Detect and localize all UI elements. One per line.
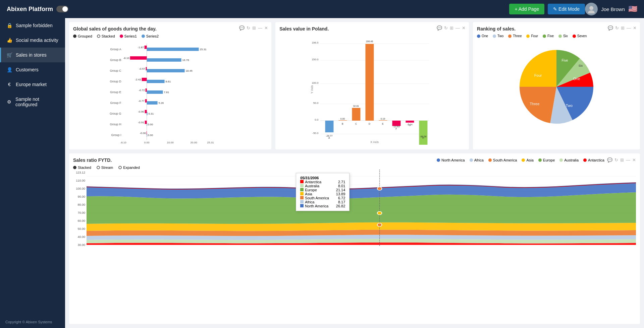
svg-text:Group I: Group I (111, 133, 121, 137)
minimize-icon[interactable]: — (258, 25, 262, 30)
refresh-icon[interactable]: ↻ (444, 25, 448, 30)
social-icon: 👍 (6, 38, 12, 43)
brand-text: Abixen Platform (7, 6, 53, 13)
svg-text:Group F: Group F (110, 101, 122, 105)
poland-sales-toolbar: 💬 ↻ ⊞ — ✕ (437, 25, 466, 30)
sidebar-toggle[interactable] (56, 6, 68, 12)
minimize-icon[interactable]: — (627, 25, 631, 30)
svg-rect-46 (147, 133, 147, 137)
user-name: Joe Brown (601, 6, 625, 12)
svg-text:Three: Three (530, 102, 540, 106)
cart-icon: 🛒 (6, 52, 12, 58)
table-icon[interactable]: ⊞ (252, 25, 256, 30)
svg-text:25.31: 25.31 (207, 141, 214, 144)
sidebar-label: Customers (16, 67, 39, 72)
edit-mode-button[interactable]: ✎ Edit Mode (548, 4, 585, 14)
comment-icon[interactable]: 💬 (608, 25, 613, 30)
svg-text:D: D (369, 123, 370, 125)
close-icon[interactable]: ✕ (462, 25, 466, 30)
sidebar-label: Sample not configured (15, 96, 60, 107)
svg-text:-0.90: -0.90 (138, 110, 144, 113)
svg-text:Group H: Group H (110, 123, 121, 126)
ranking-pie-chart: One Two Three Four Five Six (477, 40, 636, 130)
radio-expanded[interactable]: Expanded (118, 166, 140, 170)
add-page-button[interactable]: + Add Page (509, 4, 544, 14)
svg-text:5.26: 5.26 (159, 102, 164, 105)
legend-one: One (477, 34, 488, 38)
svg-text:7.81: 7.81 (164, 91, 169, 94)
svg-rect-76 (366, 44, 374, 121)
svg-rect-70 (339, 120, 347, 121)
svg-rect-20 (146, 67, 147, 70)
chart-tooltip: 05/31/2006 Antarctica 2.71 Australia 8.0… (296, 173, 350, 211)
svg-rect-67 (325, 121, 334, 132)
global-sales-toolbar: 💬 ↻ ⊞ — ✕ (239, 25, 268, 30)
table-icon[interactable]: ⊞ (450, 25, 453, 30)
svg-point-0 (589, 6, 593, 10)
app-body: 🔒 Sample forbidden 👍 Social media activi… (0, 18, 644, 328)
svg-text:Group C: Group C (110, 69, 122, 72)
sidebar-item-customers[interactable]: 👤 Customers (0, 62, 65, 77)
svg-rect-42 (147, 123, 147, 126)
legend-six: Six (558, 34, 568, 38)
svg-point-111 (377, 223, 382, 226)
svg-rect-28 (146, 88, 147, 92)
global-sales-card: Global sales of goods during the day. 💬 … (69, 22, 271, 149)
sidebar-item-social-media[interactable]: 👍 Social media activity (0, 33, 65, 48)
sidebar-item-sales-in-stores[interactable]: 🛒 Sales in stores (0, 48, 65, 62)
user-icon: 👤 (6, 67, 12, 72)
refresh-icon[interactable]: ↻ (615, 25, 619, 30)
sidebar-item-sample-not-configured[interactable]: ⚙ Sample not configured (0, 92, 65, 112)
svg-text:-0.72: -0.72 (139, 89, 145, 92)
svg-text:16.76: 16.76 (182, 59, 190, 62)
comment-icon[interactable]: 💬 (437, 25, 442, 30)
area-chart-container: 05/31/2006 Antarctica 2.71 Australia 8.0… (87, 170, 636, 247)
svg-text:100.0: 100.0 (312, 81, 319, 84)
svg-text:-50.0: -50.0 (312, 132, 319, 135)
poland-sales-chart: Y Axis 196.5 150.0 100.0 50.0 0.0 -50.0 (279, 34, 465, 145)
svg-text:0.31: 0.31 (149, 112, 154, 115)
close-icon[interactable]: ✕ (264, 25, 268, 30)
sidebar-item-europe-market[interactable]: € Europe market (0, 77, 65, 92)
table-icon[interactable]: ⊞ (621, 25, 625, 30)
close-icon[interactable]: ✕ (632, 157, 636, 162)
svg-text:-5.14: -5.14 (407, 123, 413, 126)
refresh-icon[interactable]: ↻ (247, 25, 250, 30)
close-icon[interactable]: ✕ (633, 25, 637, 30)
radio-stacked[interactable]: Stacked (73, 166, 91, 170)
legend-four: Four (526, 34, 538, 38)
svg-text:-98.08: -98.08 (420, 135, 427, 138)
table-icon[interactable]: ⊞ (620, 157, 624, 162)
svg-rect-85 (406, 121, 414, 123)
sales-ratio-radio: Stacked Stream Expanded (73, 166, 140, 170)
comment-icon[interactable]: 💬 (607, 157, 612, 162)
minimize-icon[interactable]: — (626, 157, 630, 162)
tooltip-row: Europe 21.14 (300, 188, 345, 192)
sales-ratio-toolbar: 💬 ↻ ⊞ — ✕ (607, 157, 636, 162)
svg-rect-22 (147, 69, 185, 72)
comment-icon[interactable]: 💬 (239, 25, 245, 30)
svg-text:18.45: 18.45 (186, 69, 193, 72)
svg-text:Group A: Group A (110, 48, 121, 51)
svg-text:Group E: Group E (110, 90, 121, 94)
svg-text:Four: Four (534, 73, 542, 77)
avatar (585, 3, 598, 15)
svg-text:Two: Two (566, 104, 573, 108)
svg-rect-18 (147, 58, 181, 62)
minimize-icon[interactable]: — (455, 25, 460, 30)
global-sales-title: Global sales of goods during the day. (73, 26, 267, 31)
svg-point-1 (588, 10, 595, 13)
svg-text:Five: Five (562, 59, 568, 62)
svg-text:B: B (342, 123, 343, 125)
svg-rect-88 (419, 121, 428, 145)
top-chart-row: Global sales of goods during the day. 💬 … (69, 22, 640, 149)
tooltip-row: Australia 8.01 (300, 184, 345, 188)
legend-three: Three (508, 34, 522, 38)
svg-text:C: C (355, 123, 357, 125)
sidebar-label: Sample forbidden (16, 23, 53, 28)
svg-text:0.00: 0.00 (148, 123, 153, 126)
radio-stream[interactable]: Stream (97, 166, 113, 170)
refresh-icon[interactable]: ↻ (614, 157, 618, 162)
sidebar-item-sample-forbidden[interactable]: 🔒 Sample forbidden (0, 18, 65, 33)
topbar-buttons: + Add Page ✎ Edit Mode (509, 4, 585, 14)
